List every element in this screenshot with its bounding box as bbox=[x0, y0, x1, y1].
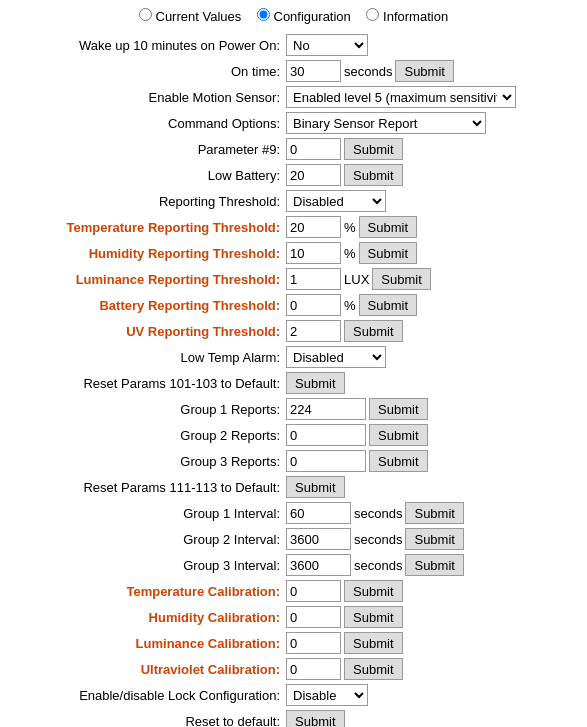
row-label-23: Luminance Calibration: bbox=[4, 630, 283, 656]
config-form: Wake up 10 minutes on Power On:NoYesOn t… bbox=[4, 32, 583, 727]
input-20[interactable] bbox=[286, 554, 351, 576]
radio-configuration[interactable]: Configuration bbox=[257, 9, 355, 24]
row-label-7: Temperature Reporting Threshold: bbox=[4, 214, 283, 240]
row-label-22: Humidity Calibration: bbox=[4, 604, 283, 630]
row-label-5: Low Battery: bbox=[4, 162, 283, 188]
row-control-2: Enabled level 5 (maximum sensitivity bbox=[283, 84, 583, 110]
row-label-10: Battery Reporting Threshold: bbox=[4, 292, 283, 318]
row-label-3: Command Options: bbox=[4, 110, 283, 136]
submit-button-24[interactable]: Submit bbox=[344, 658, 402, 680]
unit-label-9: LUX bbox=[344, 272, 369, 287]
row-label-16: Group 3 Reports: bbox=[4, 448, 283, 474]
row-control-4: Submit bbox=[283, 136, 583, 162]
submit-button-20[interactable]: Submit bbox=[405, 554, 463, 576]
row-control-21: Submit bbox=[283, 578, 583, 604]
submit-button-21[interactable]: Submit bbox=[344, 580, 402, 602]
row-control-19: secondsSubmit bbox=[283, 526, 583, 552]
submit-button-23[interactable]: Submit bbox=[344, 632, 402, 654]
row-control-23: Submit bbox=[283, 630, 583, 656]
input-16[interactable] bbox=[286, 450, 366, 472]
input-15[interactable] bbox=[286, 424, 366, 446]
table-row: Low Battery:Submit bbox=[4, 162, 583, 188]
input-18[interactable] bbox=[286, 502, 351, 524]
select-12[interactable]: DisabledEnabled bbox=[286, 346, 386, 368]
unit-label-8: % bbox=[344, 246, 356, 261]
submit-button-5[interactable]: Submit bbox=[344, 164, 402, 186]
row-control-1: secondsSubmit bbox=[283, 58, 583, 84]
row-control-7: %Submit bbox=[283, 214, 583, 240]
row-label-9: Luminance Reporting Threshold: bbox=[4, 266, 283, 292]
row-control-16: Submit bbox=[283, 448, 583, 474]
submit-button-22[interactable]: Submit bbox=[344, 606, 402, 628]
table-row: Wake up 10 minutes on Power On:NoYes bbox=[4, 32, 583, 58]
submit-button-13[interactable]: Submit bbox=[286, 372, 344, 394]
input-23[interactable] bbox=[286, 632, 341, 654]
table-row: Reset Params 111-113 to Default:Submit bbox=[4, 474, 583, 500]
select-6[interactable]: DisabledEnabled bbox=[286, 190, 386, 212]
row-label-2: Enable Motion Sensor: bbox=[4, 84, 283, 110]
submit-button-9[interactable]: Submit bbox=[372, 268, 430, 290]
unit-label-7: % bbox=[344, 220, 356, 235]
submit-button-14[interactable]: Submit bbox=[369, 398, 427, 420]
submit-button-11[interactable]: Submit bbox=[344, 320, 402, 342]
radio-current-values[interactable]: Current Values bbox=[139, 9, 245, 24]
submit-button-17[interactable]: Submit bbox=[286, 476, 344, 498]
input-22[interactable] bbox=[286, 606, 341, 628]
row-label-6: Reporting Threshold: bbox=[4, 188, 283, 214]
table-row: Humidity Calibration:Submit bbox=[4, 604, 583, 630]
unit-label-10: % bbox=[344, 298, 356, 313]
select-3[interactable]: Binary Sensor Report bbox=[286, 112, 486, 134]
select-25[interactable]: DisableEnable bbox=[286, 684, 368, 706]
table-row: Parameter #9:Submit bbox=[4, 136, 583, 162]
submit-button-8[interactable]: Submit bbox=[359, 242, 417, 264]
row-control-6: DisabledEnabled bbox=[283, 188, 583, 214]
input-7[interactable] bbox=[286, 216, 341, 238]
submit-button-18[interactable]: Submit bbox=[405, 502, 463, 524]
table-row: Luminance Reporting Threshold:LUXSubmit bbox=[4, 266, 583, 292]
select-2[interactable]: Enabled level 5 (maximum sensitivity bbox=[286, 86, 516, 108]
row-control-20: secondsSubmit bbox=[283, 552, 583, 578]
row-label-8: Humidity Reporting Threshold: bbox=[4, 240, 283, 266]
row-control-11: Submit bbox=[283, 318, 583, 344]
submit-button-15[interactable]: Submit bbox=[369, 424, 427, 446]
row-control-26: Submit bbox=[283, 708, 583, 727]
submit-button-7[interactable]: Submit bbox=[359, 216, 417, 238]
table-row: Group 3 Reports:Submit bbox=[4, 448, 583, 474]
input-4[interactable] bbox=[286, 138, 341, 160]
input-11[interactable] bbox=[286, 320, 341, 342]
row-control-12: DisabledEnabled bbox=[283, 344, 583, 370]
radio-information[interactable]: Information bbox=[366, 9, 448, 24]
table-row: Enable Motion Sensor:Enabled level 5 (ma… bbox=[4, 84, 583, 110]
submit-button-10[interactable]: Submit bbox=[359, 294, 417, 316]
input-5[interactable] bbox=[286, 164, 341, 186]
select-0[interactable]: NoYes bbox=[286, 34, 368, 56]
table-row: Luminance Calibration:Submit bbox=[4, 630, 583, 656]
input-14[interactable] bbox=[286, 398, 366, 420]
row-label-21: Temperature Calibration: bbox=[4, 578, 283, 604]
table-row: Battery Reporting Threshold:%Submit bbox=[4, 292, 583, 318]
input-10[interactable] bbox=[286, 294, 341, 316]
table-row: Ultraviolet Calibration:Submit bbox=[4, 656, 583, 682]
input-24[interactable] bbox=[286, 658, 341, 680]
submit-button-26[interactable]: Submit bbox=[286, 710, 344, 727]
submit-button-19[interactable]: Submit bbox=[405, 528, 463, 550]
input-1[interactable] bbox=[286, 60, 341, 82]
table-row: Enable/disable Lock Configuration:Disabl… bbox=[4, 682, 583, 708]
submit-button-16[interactable]: Submit bbox=[369, 450, 427, 472]
input-19[interactable] bbox=[286, 528, 351, 550]
input-9[interactable] bbox=[286, 268, 341, 290]
row-label-1: On time: bbox=[4, 58, 283, 84]
submit-button-1[interactable]: Submit bbox=[395, 60, 453, 82]
row-label-18: Group 1 Interval: bbox=[4, 500, 283, 526]
table-row: Reset to default:Submit bbox=[4, 708, 583, 727]
unit-label-1: seconds bbox=[344, 64, 392, 79]
row-label-26: Reset to default: bbox=[4, 708, 283, 727]
input-8[interactable] bbox=[286, 242, 341, 264]
row-label-4: Parameter #9: bbox=[4, 136, 283, 162]
row-label-11: UV Reporting Threshold: bbox=[4, 318, 283, 344]
submit-button-4[interactable]: Submit bbox=[344, 138, 402, 160]
row-label-24: Ultraviolet Calibration: bbox=[4, 656, 283, 682]
row-control-25: DisableEnable bbox=[283, 682, 583, 708]
input-21[interactable] bbox=[286, 580, 341, 602]
row-control-3: Binary Sensor Report bbox=[283, 110, 583, 136]
